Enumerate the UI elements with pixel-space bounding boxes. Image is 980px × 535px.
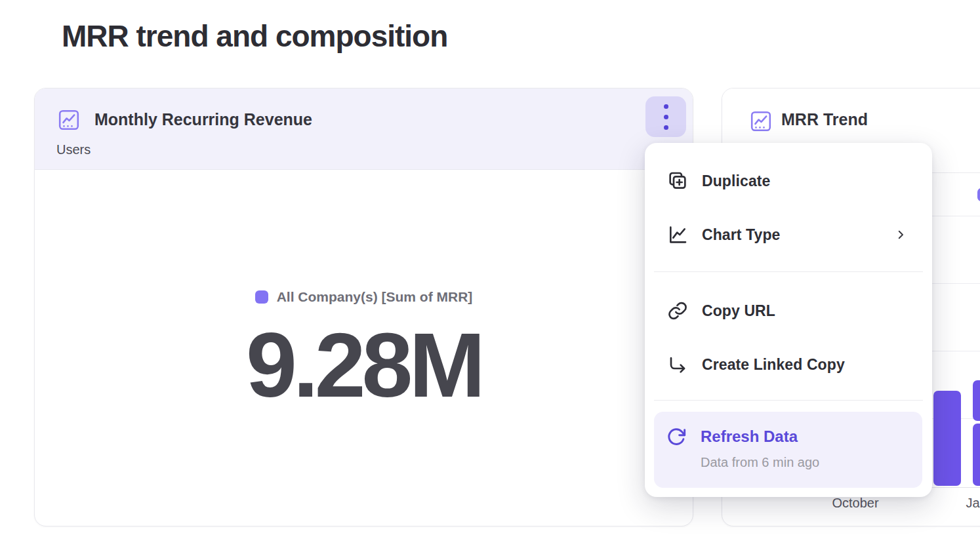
menu-divider — [654, 271, 923, 272]
link-icon — [667, 300, 688, 321]
refresh-icon — [666, 427, 687, 448]
menu-item-duplicate[interactable]: Duplicate — [645, 161, 932, 201]
mrr-card-header: Monthly Recurring Revenue Users — [35, 89, 693, 170]
refresh-data-sublabel: Data from 6 min ago — [701, 455, 819, 470]
kebab-menu-icon — [664, 104, 668, 130]
menu-item-create-linked-copy[interactable]: Create Linked Copy — [645, 345, 932, 384]
page-title: MRR trend and composition — [62, 18, 447, 54]
x-axis-label-october: October — [832, 496, 878, 511]
mrr-card-title: Monthly Recurring Revenue — [94, 110, 312, 129]
menu-item-label: Chart Type — [702, 226, 780, 244]
chart-badge-icon — [57, 108, 81, 132]
mrr-trend-card-title: MRR Trend — [781, 110, 868, 129]
duplicate-icon — [667, 170, 688, 191]
x-axis-label-january: Ja — [966, 496, 979, 511]
menu-item-refresh-data[interactable]: Refresh Data Data from 6 min ago — [654, 412, 922, 488]
chart-type-icon — [667, 224, 688, 245]
trend-legend-swatch — [977, 188, 980, 201]
legend-swatch — [255, 290, 268, 304]
big-number-value: 9.28M — [35, 319, 693, 411]
chart-badge-icon — [749, 109, 773, 133]
menu-item-label: Duplicate — [702, 172, 770, 190]
legend-label: All Company(s) [Sum of MRR] — [277, 289, 473, 305]
bar-january-segment-bottom[interactable] — [973, 424, 980, 486]
monthly-recurring-revenue-card: Monthly Recurring Revenue Users All Comp… — [34, 88, 693, 526]
refresh-data-label: Refresh Data — [701, 427, 798, 446]
menu-item-label: Create Linked Copy — [702, 356, 845, 374]
bar-january-segment-top[interactable] — [973, 380, 980, 421]
bar-december[interactable] — [933, 391, 961, 486]
menu-item-chart-type[interactable]: Chart Type — [645, 215, 932, 254]
chevron-right-icon — [895, 229, 907, 241]
card-context-menu: Duplicate Chart Type Copy URL — [645, 143, 932, 497]
menu-item-copy-url[interactable]: Copy URL — [645, 291, 932, 330]
menu-item-label: Copy URL — [702, 302, 775, 320]
menu-divider — [654, 400, 923, 401]
linked-copy-icon — [667, 354, 688, 375]
kebab-menu-button[interactable] — [645, 96, 686, 137]
mrr-card-subtitle: Users — [56, 142, 91, 157]
legend-row: All Company(s) [Sum of MRR] — [35, 287, 693, 307]
